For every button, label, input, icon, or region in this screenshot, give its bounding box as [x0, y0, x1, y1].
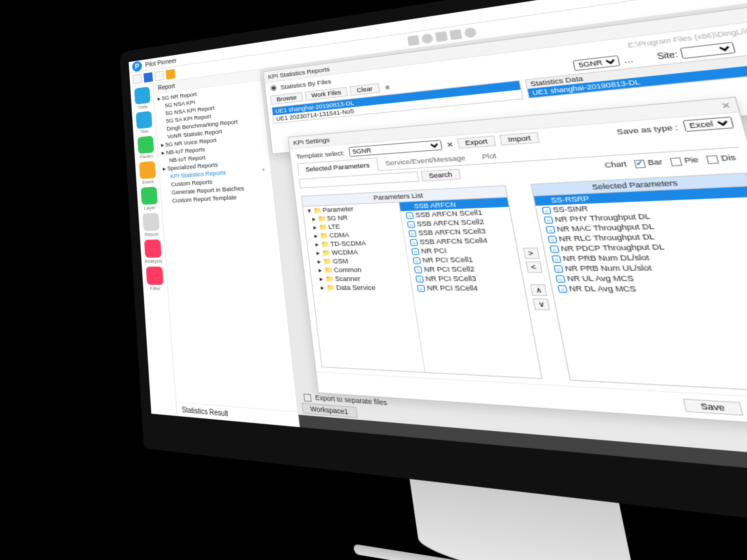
saveas-label: Save as type :: [616, 122, 679, 136]
app-logo: P: [132, 60, 142, 72]
nav-data[interactable]: Data: [132, 86, 152, 110]
nav-filter[interactable]: Filter: [144, 267, 165, 292]
record-icon[interactable]: [421, 33, 433, 44]
chart-label: Chart: [604, 160, 627, 170]
selected-item[interactable]: ₀NR DL Avg MCS: [551, 283, 747, 295]
radio-stats-by-files[interactable]: [271, 85, 277, 91]
kpi-settings-dialog: KPI Settings ✕ Template select: 5GNR ✕ E…: [288, 97, 747, 428]
save-icon[interactable]: [144, 72, 153, 82]
hamburger-icon[interactable]: ≡: [382, 83, 393, 91]
nav-report[interactable]: Report: [140, 213, 162, 237]
new-icon[interactable]: [133, 74, 142, 84]
param-tree-node[interactable]: ▸ 📁 WCDMA: [308, 246, 407, 257]
export-separate-checkbox[interactable]: [304, 394, 312, 402]
dis-checkbox[interactable]: [706, 155, 719, 164]
move-up-button[interactable]: ∧: [530, 285, 547, 296]
save-button[interactable]: Save: [683, 399, 744, 416]
clear-button[interactable]: Clear: [350, 83, 380, 96]
param-item[interactable]: ₀NR PCI SCell3: [410, 273, 523, 283]
param-tree-node[interactable]: ▸ 📁 Common: [310, 265, 409, 274]
template-clear-icon[interactable]: ✕: [445, 140, 454, 149]
selected-item[interactable]: ₀NR UL Avg MCS: [549, 272, 747, 284]
param-tree-node[interactable]: ▸ 📁 Scanner: [311, 274, 411, 283]
bar-checkbox[interactable]: [634, 159, 646, 168]
selected-item[interactable]: ₀NR PRB Num UL/slot: [547, 261, 747, 273]
param-item[interactable]: ₀NR PCI SCell1: [407, 254, 519, 265]
dialog-title: KPI Settings: [293, 136, 330, 146]
nav-param[interactable]: Param: [135, 136, 156, 160]
param-item[interactable]: ₀NR PCI SCell2: [409, 264, 521, 274]
move-right-button[interactable]: >: [522, 248, 540, 259]
move-down-button[interactable]: ∨: [532, 299, 550, 311]
site-label: Site:: [656, 50, 678, 60]
param-tree-node[interactable]: ▸ 📁 GSM: [309, 256, 408, 266]
main-area: KPI Statistics Reports ✕ Statistics By F…: [260, 0, 747, 497]
nav-event[interactable]: Event: [137, 161, 158, 185]
pause-icon[interactable]: [435, 31, 447, 42]
import-button[interactable]: Import: [499, 132, 540, 145]
saveas-dropdown[interactable]: Excel: [682, 116, 734, 132]
connect-icon[interactable]: [407, 35, 419, 46]
export-button[interactable]: Export: [457, 136, 496, 149]
statusbar: 🔊 ◢: [299, 415, 747, 497]
folder-icon[interactable]: [166, 69, 175, 79]
nav-layer[interactable]: Layer: [139, 187, 160, 211]
stop-icon[interactable]: [449, 29, 462, 40]
dialog-close-icon[interactable]: ✕: [720, 101, 731, 110]
search-button[interactable]: Search: [421, 169, 461, 182]
nav-test[interactable]: Test: [134, 111, 154, 135]
move-left-button[interactable]: <: [525, 262, 542, 273]
nav-analysis[interactable]: Analysis: [142, 239, 163, 264]
tech-more-icon[interactable]: …: [622, 55, 634, 64]
app-title: Pilot Pioneer: [145, 57, 177, 68]
browse-button[interactable]: Browse: [270, 92, 303, 105]
param-tree-node[interactable]: ▸ 📁 Data Service: [312, 283, 412, 292]
selected-parameters-list[interactable]: ₀SS-RSRP₀SS-SINR₀NR PHY Throughput DL₀NR…: [533, 186, 747, 392]
refresh-icon[interactable]: [464, 27, 477, 38]
tab-plot[interactable]: Plot: [472, 149, 506, 164]
pie-checkbox[interactable]: [670, 157, 682, 166]
param-item[interactable]: ₀NR PCI SCell4: [411, 283, 525, 293]
template-select-label: Template select:: [296, 149, 345, 160]
open-icon[interactable]: [154, 70, 164, 81]
